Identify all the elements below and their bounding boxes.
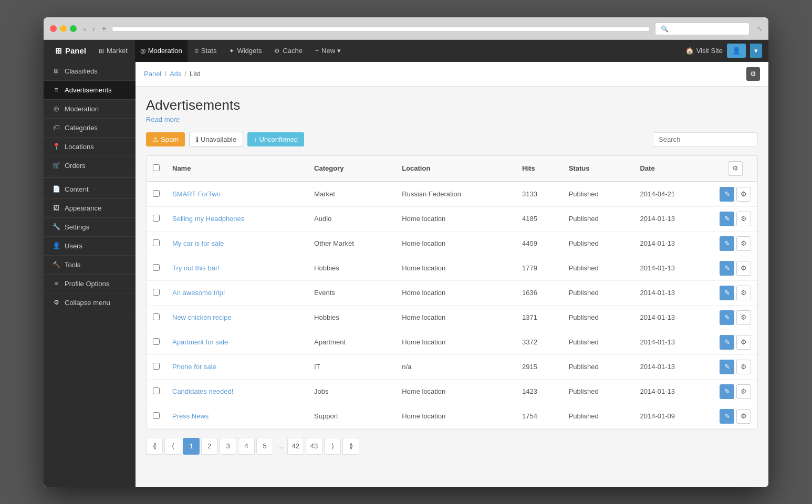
new-tab-button[interactable]: + — [101, 24, 106, 34]
read-more-link[interactable]: Read more — [146, 116, 180, 123]
row-name-link-4[interactable]: An awesome trip! — [172, 289, 225, 297]
close-dot[interactable] — [50, 25, 57, 32]
sidebar-item-users[interactable]: 👤 Users — [44, 237, 136, 256]
back-button[interactable]: ‹ — [82, 25, 88, 33]
row-gear-button-0[interactable]: ⚙ — [736, 187, 751, 202]
row-gear-button-4[interactable]: ⚙ — [736, 286, 751, 300]
breadcrumb-ads[interactable]: Ads — [170, 70, 181, 78]
row-gear-button-3[interactable]: ⚙ — [736, 261, 751, 276]
row-checkbox-7[interactable] — [153, 363, 160, 370]
visit-site-button[interactable]: 🏠 Visit Site — [685, 47, 723, 55]
browser-search[interactable]: 🔍 — [655, 23, 749, 35]
row-edit-button-5[interactable]: ✎ — [720, 310, 734, 325]
sidebar-item-categories[interactable]: 🏷 Categories — [44, 119, 136, 138]
row-edit-button-6[interactable]: ✎ — [720, 335, 734, 350]
sidebar-item-collapse-menu[interactable]: ⚙ Collapse menu — [44, 293, 136, 312]
nav-moderation[interactable]: ◎ Moderation — [135, 40, 188, 62]
row-name-link-8[interactable]: Candidates needed! — [172, 387, 233, 395]
row-checkbox-9[interactable] — [153, 412, 160, 419]
row-edit-button-2[interactable]: ✎ — [720, 236, 734, 251]
row-edit-button-8[interactable]: ✎ — [720, 384, 734, 399]
row-edit-button-1[interactable]: ✎ — [720, 212, 734, 226]
row-edit-button-9[interactable]: ✎ — [720, 409, 734, 424]
sidebar-item-orders[interactable]: 🛒 Orders — [44, 156, 136, 175]
row-edit-button-3[interactable]: ✎ — [720, 261, 734, 276]
user-dropdown-button[interactable]: ▾ — [750, 44, 762, 58]
row-category-3: Hobbies — [308, 256, 395, 280]
row-location-5: Home location — [395, 305, 516, 330]
nav-stats[interactable]: ≡ Stats — [190, 40, 222, 62]
row-name-link-7[interactable]: Phone for sale — [172, 363, 216, 371]
header-gear-button[interactable]: ⚙ — [728, 161, 743, 176]
row-date-3: 2014-01-13 — [633, 256, 713, 280]
row-gear-button-8[interactable]: ⚙ — [736, 384, 751, 399]
sidebar-item-content[interactable]: 📄 Content — [44, 180, 136, 199]
select-all-checkbox[interactable] — [153, 164, 160, 171]
row-date-1: 2014-01-13 — [633, 206, 713, 231]
nav-new[interactable]: + New ▾ — [310, 40, 346, 62]
row-checkbox-8[interactable] — [153, 387, 160, 394]
row-category-2: Other Market — [308, 231, 395, 256]
unavailable-filter-button[interactable]: ℹ Unavailable — [189, 132, 243, 147]
row-checkbox-1[interactable] — [153, 215, 160, 222]
sidebar-item-tools[interactable]: 🔨 Tools — [44, 256, 136, 275]
pagination-page-3[interactable]: 3 — [220, 438, 236, 455]
pagination-page-42[interactable]: 42 — [287, 438, 304, 455]
pagination-next[interactable]: ⟩ — [324, 438, 341, 455]
brand-logo[interactable]: ⊞ Panel — [50, 46, 91, 56]
search-input[interactable] — [653, 132, 758, 146]
sidebar-item-advertisements[interactable]: ≡ Advertisements — [44, 81, 136, 100]
row-checkbox-3[interactable] — [153, 264, 160, 271]
nav-market[interactable]: ⊞ Market — [93, 40, 133, 62]
pagination-prev[interactable]: ⟨ — [164, 438, 181, 455]
row-gear-button-5[interactable]: ⚙ — [736, 310, 751, 325]
breadcrumb-settings-button[interactable]: ⚙ — [746, 67, 760, 81]
row-location-3: Home location — [395, 256, 516, 280]
pagination-page-43[interactable]: 43 — [306, 438, 322, 455]
unconfirmed-filter-button[interactable]: ↑ Unconfirmed — [247, 132, 304, 146]
row-name-link-6[interactable]: Apartment for sale — [172, 338, 228, 346]
row-checkbox-0[interactable] — [153, 190, 160, 197]
sidebar-item-classifieds[interactable]: ⊞ Classifieds — [44, 62, 136, 81]
row-gear-button-1[interactable]: ⚙ — [736, 212, 751, 226]
row-name-link-1[interactable]: Selling my Headphones — [172, 215, 244, 223]
pagination-page-1[interactable]: 1 — [183, 438, 200, 455]
minimize-dot[interactable] — [60, 25, 67, 32]
row-name-8: Candidates needed! — [166, 379, 308, 404]
row-checkbox-2[interactable] — [153, 239, 160, 246]
forward-button[interactable]: › — [91, 25, 97, 33]
sidebar-item-appearance[interactable]: 🖼 Appearance — [44, 199, 136, 218]
row-checkbox-4[interactable] — [153, 289, 160, 296]
row-checkbox-6[interactable] — [153, 338, 160, 345]
breadcrumb-panel[interactable]: Panel — [144, 70, 161, 78]
row-checkbox-5[interactable] — [153, 313, 160, 320]
pagination-last[interactable]: ⟫ — [342, 438, 359, 455]
row-gear-button-2[interactable]: ⚙ — [736, 236, 751, 251]
address-bar[interactable] — [112, 26, 650, 32]
row-edit-button-0[interactable]: ✎ — [720, 187, 734, 202]
sidebar-item-settings[interactable]: 🔧 Settings — [44, 218, 136, 237]
pagination-page-2[interactable]: 2 — [201, 438, 218, 455]
row-name-link-2[interactable]: My car is for sale — [172, 239, 224, 247]
row-gear-button-7[interactable]: ⚙ — [736, 360, 751, 374]
spam-filter-button[interactable]: ⚠ Spam — [146, 132, 185, 146]
row-edit-button-4[interactable]: ✎ — [720, 286, 734, 300]
nav-widgets[interactable]: ✦ Widgets — [224, 40, 267, 62]
pagination-page-5[interactable]: 5 — [256, 438, 273, 455]
pagination-page-4[interactable]: 4 — [238, 438, 255, 455]
app: ⊞ Panel ⊞ Market ◎ Moderation ≡ Stats ✦ … — [44, 40, 768, 487]
row-name-link-9[interactable]: Press News — [172, 412, 209, 420]
pagination-first[interactable]: ⟪ — [146, 438, 163, 455]
user-button[interactable]: 👤 — [727, 44, 746, 58]
sidebar-item-locations[interactable]: 📍 Locations — [44, 138, 136, 156]
row-name-link-5[interactable]: New chicken recipe — [172, 313, 232, 321]
row-gear-button-6[interactable]: ⚙ — [736, 335, 751, 350]
nav-cache[interactable]: ⚙ Cache — [269, 40, 308, 62]
row-gear-button-9[interactable]: ⚙ — [736, 409, 751, 424]
row-name-link-3[interactable]: Try out this bar! — [172, 264, 220, 272]
sidebar-item-profile-options[interactable]: ≡ Profile Options — [44, 275, 136, 293]
row-name-link-0[interactable]: SMART ForTwo — [172, 190, 221, 198]
row-edit-button-7[interactable]: ✎ — [720, 360, 734, 374]
sidebar-item-moderation[interactable]: ◎ Moderation — [44, 100, 136, 119]
maximize-dot[interactable] — [70, 25, 77, 32]
